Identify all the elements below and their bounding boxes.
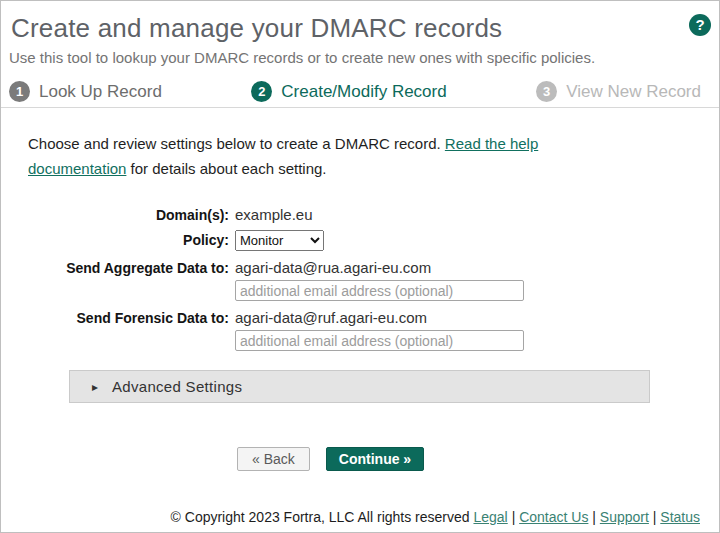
footer-separator: | <box>592 509 596 525</box>
forensic-extra-row <box>1 330 719 351</box>
expander-caret-icon: ▸ <box>92 380 98 394</box>
step-1-circle: 1 <box>9 81 30 102</box>
footer-separator: | <box>512 509 516 525</box>
aggregate-row: Send Aggregate Data to: agari-data@rua.a… <box>1 258 719 278</box>
dmarc-wizard-page: Create and manage your DMARC records ? U… <box>0 0 720 533</box>
policy-select[interactable]: Monitor <box>235 230 324 251</box>
forensic-value: agari-data@ruf.agari-eu.com <box>235 308 427 328</box>
footer-link-status[interactable]: Status <box>660 509 700 525</box>
copyright-text: © Copyright 2023 Fortra, LLC All rights … <box>171 509 470 525</box>
footer-separator: | <box>653 509 657 525</box>
action-buttons: « Back Continue » <box>237 447 719 471</box>
domain-label: Domain(s): <box>1 205 229 225</box>
forensic-row: Send Forensic Data to: agari-data@ruf.ag… <box>1 308 719 328</box>
step-view-new-record: 3 View New Record <box>536 81 701 102</box>
advanced-settings-label: Advanced Settings <box>112 378 242 395</box>
step-2-circle: 2 <box>251 81 272 102</box>
step-create-modify-record: 2 Create/Modify Record <box>251 81 446 102</box>
footer: © Copyright 2023 Fortra, LLC All rights … <box>171 509 700 525</box>
footer-link-legal[interactable]: Legal <box>473 509 507 525</box>
dmarc-settings-form: Domain(s): example.eu Policy: Monitor Se… <box>1 205 719 351</box>
aggregate-extra-row <box>1 280 719 301</box>
policy-row: Policy: Monitor <box>1 230 719 251</box>
footer-link-contact-us[interactable]: Contact Us <box>519 509 588 525</box>
aggregate-extra-email-input[interactable] <box>235 280 524 301</box>
step-2-label: Create/Modify Record <box>281 82 446 102</box>
back-button[interactable]: « Back <box>237 447 310 471</box>
divider <box>1 107 719 108</box>
step-3-circle: 3 <box>536 81 557 102</box>
page-subtitle: Use this tool to lookup your DMARC recor… <box>9 49 709 67</box>
step-1-label: Look Up Record <box>39 82 162 102</box>
intro-text-before: Choose and review settings below to crea… <box>28 135 445 152</box>
page-title: Create and manage your DMARC records <box>11 13 709 43</box>
footer-link-support[interactable]: Support <box>600 509 649 525</box>
intro-text: Choose and review settings below to crea… <box>28 131 620 181</box>
advanced-settings-toggle[interactable]: ▸ Advanced Settings <box>69 370 650 403</box>
footer-links: Legal | Contact Us | Support | Status <box>473 509 700 525</box>
aggregate-value: agari-data@rua.agari-eu.com <box>235 258 431 278</box>
aggregate-label: Send Aggregate Data to: <box>1 258 229 278</box>
step-indicator: 1 Look Up Record 2 Create/Modify Record … <box>1 81 719 102</box>
intro-text-after: for details about each setting. <box>126 160 326 177</box>
help-icon[interactable]: ? <box>689 14 711 36</box>
domain-row: Domain(s): example.eu <box>1 205 719 225</box>
header: Create and manage your DMARC records ? U… <box>1 1 719 67</box>
continue-button[interactable]: Continue » <box>326 447 424 471</box>
forensic-extra-email-input[interactable] <box>235 330 524 351</box>
step-3-label: View New Record <box>566 82 701 102</box>
policy-label: Policy: <box>1 230 229 250</box>
step-lookup-record: 1 Look Up Record <box>9 81 162 102</box>
domain-value: example.eu <box>235 205 313 225</box>
forensic-label: Send Forensic Data to: <box>1 308 229 328</box>
